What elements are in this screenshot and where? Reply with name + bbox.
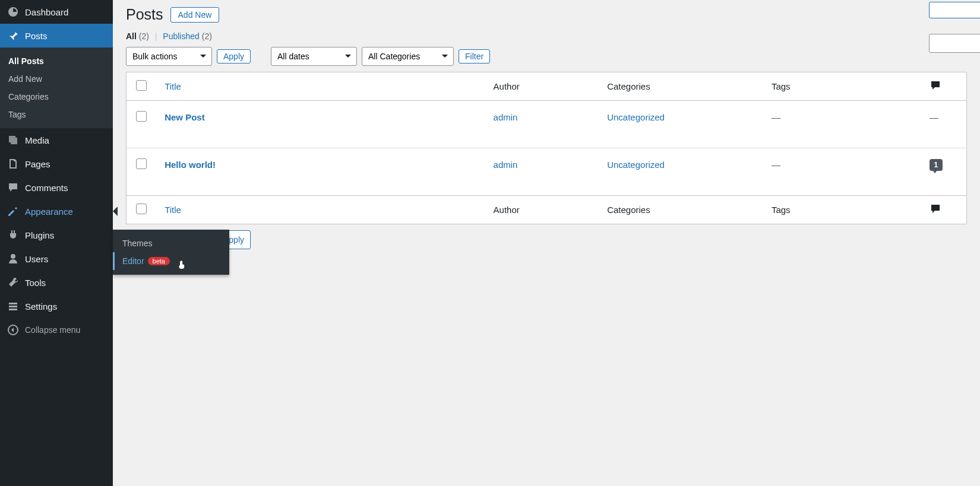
post-tags: — (772, 112, 780, 122)
pushpin-icon (7, 30, 19, 42)
nav-media[interactable]: Media (0, 128, 113, 152)
nav-pages[interactable]: Pages (0, 152, 113, 176)
post-tags: — (772, 160, 780, 170)
nav-label: Posts (25, 31, 48, 41)
collapse-label: Collapse menu (25, 325, 80, 335)
admin-sidebar: Dashboard Posts All Posts Add New Catego… (0, 0, 113, 486)
filter-published-count: (2) (202, 31, 212, 41)
post-author-link[interactable]: admin (494, 160, 518, 170)
nav-label: Comments (25, 183, 68, 193)
dashboard-icon (7, 6, 19, 18)
post-comments: — (930, 112, 938, 122)
nav-label: Settings (25, 301, 57, 312)
pages-icon (7, 158, 19, 170)
post-category-link[interactable]: Uncategorized (607, 112, 665, 122)
nav-appearance[interactable]: Appearance (0, 199, 113, 223)
appearance-flyout: Themes Editor beta (113, 230, 229, 275)
post-category-link[interactable]: Uncategorized (607, 160, 665, 170)
post-author-link[interactable]: admin (494, 112, 518, 122)
select-all-bottom[interactable] (136, 204, 147, 214)
flyout-editor[interactable]: Editor beta (113, 252, 229, 270)
col-tags: Tags (764, 72, 922, 101)
cursor-icon (177, 259, 188, 270)
plugins-icon (7, 229, 19, 241)
category-filter-select[interactable]: All Categories (362, 47, 454, 66)
table-row: Hello world! admin Uncategorized — 1 (127, 148, 967, 196)
nav-label: Dashboard (25, 7, 68, 17)
users-icon (7, 253, 19, 265)
bulk-actions-select[interactable]: Bulk actions (126, 47, 212, 66)
submenu-tags[interactable]: Tags (0, 106, 113, 123)
row-checkbox[interactable] (136, 111, 147, 122)
filter-button[interactable]: Filter (459, 49, 490, 63)
col-categories: Categories (600, 72, 764, 101)
beta-badge: beta (148, 257, 170, 265)
page-title: Posts (126, 6, 163, 23)
comment-count-bubble[interactable]: 1 (930, 159, 943, 171)
filter-all-label[interactable]: All (126, 31, 137, 41)
nav-users[interactable]: Users (0, 247, 113, 271)
status-filters: All (2) | Published (2) (126, 31, 967, 41)
nav-dashboard[interactable]: Dashboard (0, 0, 113, 24)
col-comments-foot[interactable] (922, 196, 967, 224)
row-checkbox[interactable] (136, 158, 147, 169)
nav-settings[interactable]: Settings (0, 294, 113, 318)
nav-label: Pages (25, 159, 50, 169)
nav-label: Plugins (25, 230, 54, 240)
nav-plugins[interactable]: Plugins (0, 223, 113, 247)
filter-all-count: (2) (139, 31, 149, 41)
search-posts-button[interactable] (929, 2, 980, 18)
col-author-foot: Author (486, 196, 600, 224)
comments-icon (7, 182, 19, 193)
collapse-menu[interactable]: Collapse menu (0, 318, 113, 342)
collapse-icon (7, 324, 19, 336)
tools-icon (7, 277, 19, 288)
posts-submenu: All Posts Add New Categories Tags (0, 47, 113, 128)
post-title-link[interactable]: New Post (165, 112, 205, 122)
nav-comments[interactable]: Comments (0, 176, 113, 199)
filter-published-label[interactable]: Published (163, 31, 200, 41)
media-icon (7, 134, 19, 146)
search-posts-input[interactable] (929, 34, 980, 53)
col-categories-foot: Categories (600, 196, 764, 224)
posts-table: Title Author Categories Tags New Post ad… (126, 72, 967, 224)
nav-label: Users (25, 254, 48, 264)
nav-label: Media (25, 135, 49, 145)
nav-tools[interactable]: Tools (0, 271, 113, 294)
submenu-categories[interactable]: Categories (0, 88, 113, 106)
col-comments[interactable] (922, 72, 967, 101)
nav-label: Tools (25, 278, 46, 288)
select-all-top[interactable] (136, 80, 147, 91)
col-title[interactable]: Title (165, 81, 181, 91)
flyout-themes[interactable]: Themes (113, 234, 229, 252)
nav-label: Appearance (25, 207, 73, 217)
main-content: Posts Add New All (2) | Published (2) Bu… (113, 0, 980, 255)
submenu-all-posts[interactable]: All Posts (0, 52, 113, 70)
post-title-link[interactable]: Hello world! (165, 160, 216, 170)
col-title-foot[interactable]: Title (165, 205, 181, 215)
add-new-button[interactable]: Add New (170, 7, 220, 23)
nav-posts[interactable]: Posts (0, 24, 113, 47)
date-filter-select[interactable]: All dates (271, 47, 357, 66)
flyout-editor-label: Editor (122, 256, 144, 266)
settings-icon (7, 300, 19, 312)
table-row: New Post admin Uncategorized — — (127, 101, 967, 148)
appearance-icon (7, 205, 19, 217)
submenu-add-new[interactable]: Add New (0, 70, 113, 88)
col-tags-foot: Tags (764, 196, 922, 224)
col-author: Author (486, 72, 600, 101)
apply-bulk-button[interactable]: Apply (217, 49, 251, 63)
